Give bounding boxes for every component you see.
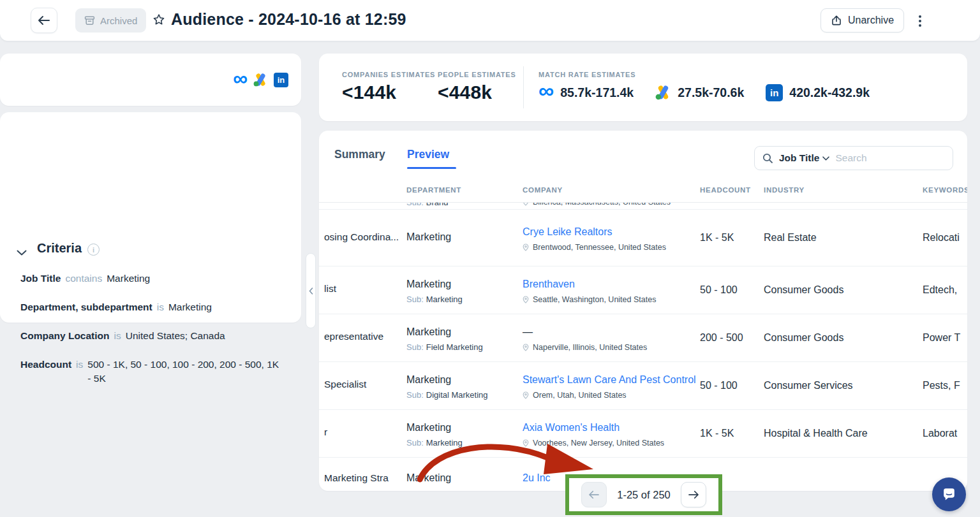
company-location: Brentwood, Tennessee, United States	[533, 243, 666, 252]
chevron-down-icon[interactable]	[17, 247, 27, 258]
match-rate-estimates: MATCH RATE ESTIMATES ∞ 85.7k-171.4k 27.5…	[538, 71, 870, 101]
department-cell: Marketing Sub:Field Marketing	[406, 326, 483, 352]
sub-label: Sub:	[406, 438, 424, 448]
meta-match-rate: ∞ 85.7k-171.4k	[538, 84, 634, 101]
page-title: Audience - 2024-10-16 at 12:59	[171, 10, 406, 29]
criteria-field: Job Title	[20, 272, 61, 286]
tab-preview[interactable]: Preview	[407, 148, 449, 161]
criteria-panel: Criteria i Job Title contains Marketing …	[0, 112, 301, 323]
column-header-department: DEPARTMENT	[406, 186, 461, 194]
table-row: osing Coordina... Marketing Crye Leike R…	[319, 210, 967, 266]
star-icon[interactable]	[152, 13, 166, 29]
sidebar-collapse-handle[interactable]	[306, 253, 316, 328]
job-title-cell: osing Coordina...	[324, 231, 399, 243]
headcount-cell: 1K - 5K	[700, 232, 734, 244]
companies-estimate-label: COMPANIES ESTIMATES	[342, 71, 435, 78]
company-location: Naperville, Illinois, United States	[533, 343, 647, 352]
pagination-range: 1-25 of 250	[617, 489, 670, 501]
company-link[interactable]: 2u Inc	[523, 472, 551, 484]
headcount-cell: 1K - 5K	[700, 428, 734, 439]
criteria-value: Marketing	[107, 272, 282, 286]
criteria-row: Company Location is United States; Canad…	[20, 329, 282, 343]
chevron-down-icon	[822, 156, 829, 161]
company-empty: —	[523, 326, 647, 338]
linkedin-match-value: 420.2k-432.9k	[789, 85, 870, 100]
destination-icons: ∞ in	[233, 54, 288, 106]
criteria-field: Company Location	[20, 329, 110, 343]
sub-label: Sub:	[406, 342, 424, 352]
unarchive-button[interactable]: Unarchive	[820, 8, 904, 33]
kebab-menu-icon[interactable]	[914, 12, 926, 30]
tab-summary[interactable]: Summary	[334, 148, 385, 161]
pagination-annotation-box: 1-25 of 250	[565, 474, 722, 515]
headcount-cell: 50 - 100	[700, 284, 738, 296]
linkedin-icon: in	[274, 73, 288, 87]
company-link[interactable]: Crye Leike Realtors	[523, 226, 666, 238]
sub-label: Sub:	[406, 203, 424, 207]
google-match-value: 27.5k-70.6k	[678, 85, 744, 100]
criteria-list: Job Title contains Marketing Department,…	[20, 272, 282, 400]
industry-cell: Consumer Services	[764, 380, 853, 391]
department-cell: Marketing Sub:Marketing	[406, 422, 463, 448]
column-header-industry: INDUSTRY	[764, 186, 805, 194]
chat-launcher-button[interactable]	[932, 477, 966, 511]
location-pin-icon	[523, 439, 529, 447]
company-link[interactable]: Brenthaven	[523, 279, 656, 290]
arrow-left-icon	[588, 490, 600, 499]
criteria-operator: is	[157, 300, 164, 314]
sub-value: Digital Marketing	[426, 390, 488, 400]
pagination-next-button[interactable]	[681, 482, 706, 507]
pagination-prev-button[interactable]	[581, 482, 607, 507]
company-location: Seattle, Washington, United States	[533, 295, 656, 304]
google-ads-icon	[655, 85, 671, 100]
table-header: DEPARTMENT COMPANY HEADCOUNT INDUSTRY KE…	[319, 177, 967, 203]
location-pin-icon	[523, 296, 529, 303]
company-location: Orem, Utah, United States	[533, 391, 627, 400]
location-pin-icon	[523, 344, 529, 351]
sub-value: Field Marketing	[426, 342, 483, 352]
job-title-cell: Specialist	[324, 379, 366, 390]
table-row: r Marketing Sub:Marketing Axia Women's H…	[319, 410, 967, 458]
headcount-cell: 200 - 500	[700, 332, 743, 344]
criteria-title: Criteria	[37, 241, 82, 256]
search-input[interactable]	[835, 152, 945, 164]
keywords-cell: Relocati	[923, 232, 960, 244]
search-filter-dropdown[interactable]: Job Title	[779, 152, 829, 164]
sub-value: Brand	[426, 203, 449, 207]
company-cell: 2u Inc	[523, 472, 551, 484]
back-button[interactable]	[31, 8, 57, 33]
active-tab-underline	[407, 167, 456, 169]
divider	[523, 66, 524, 108]
location-pin-icon	[523, 391, 529, 399]
criteria-field: Headcount	[20, 358, 71, 386]
job-title-cell: list	[324, 283, 336, 295]
table-row: Specialist Marketing Sub:Digital Marketi…	[319, 362, 967, 410]
chat-icon	[940, 486, 958, 503]
industry-cell: Consumer Goods	[764, 284, 843, 296]
people-estimate-label: PEOPLE ESTIMATES	[438, 71, 516, 78]
department-cell: Marketing	[406, 231, 451, 243]
company-location: Voorhees, New Jersey, United States	[533, 439, 664, 448]
archived-badge: Archived	[75, 8, 146, 33]
meta-icon: ∞	[538, 80, 554, 101]
archive-icon	[84, 15, 95, 26]
share-icon	[831, 15, 842, 26]
company-link[interactable]: Axia Women's Health	[523, 422, 664, 433]
criteria-row: Department, subdepartment is Marketing	[20, 300, 282, 314]
job-title-cell: Marketing Stra	[324, 472, 389, 484]
criteria-field: Department, subdepartment	[20, 300, 152, 314]
people-estimate-value: <448k	[438, 82, 516, 103]
results-panel: Summary Preview Job Title DEPARTMENT COM…	[319, 131, 967, 491]
search-filter-label: Job Title	[779, 152, 819, 164]
companies-estimate-value: <144k	[342, 82, 435, 103]
company-link[interactable]: Stewart's Lawn Care And Pest Control	[523, 374, 696, 386]
keywords-cell: Power T	[923, 332, 960, 344]
info-icon[interactable]: i	[87, 244, 100, 256]
location-pin-icon	[523, 244, 529, 251]
companies-estimate: COMPANIES ESTIMATES <144k	[342, 71, 435, 103]
industry-cell: Consumer Goods	[764, 332, 843, 344]
search-box[interactable]: Job Title	[754, 146, 953, 170]
criteria-value: 500 - 1K, 50 - 100, 100 - 200, 200 - 500…	[87, 358, 282, 386]
criteria-row: Job Title contains Marketing	[20, 272, 282, 286]
destinations-panel: Destinations ∞ in	[0, 54, 301, 106]
